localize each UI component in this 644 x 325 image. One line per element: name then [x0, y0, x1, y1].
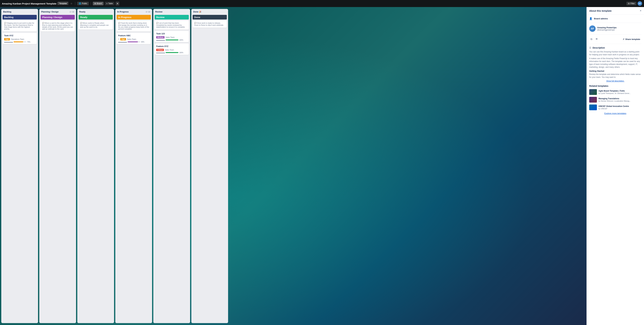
header-divider-2	[91, 2, 91, 5]
admin-avatar: AP	[589, 26, 596, 32]
related-author-unicef: by UNICEF	[598, 108, 642, 110]
priority-badge-high-abc: High	[120, 38, 126, 40]
board-admins-label: Board admins	[594, 18, 608, 20]
column-title-inprogress: In Progress	[117, 10, 129, 13]
getting-started-text: Review the template and determine which …	[589, 73, 642, 78]
comment-icon-ready: 💬	[80, 22, 83, 24]
card-footer-feature-xyz: Critical Sales Team	[156, 49, 187, 51]
progress-track	[14, 42, 26, 42]
actions-row: ⧉ 👁 ↗ Share template	[589, 37, 642, 44]
column-label-review: Review	[154, 15, 189, 20]
show-more-link[interactable]: Show full description.	[589, 80, 642, 82]
share-icon: ↗	[622, 38, 624, 40]
card-feature-abc[interactable]: Feature ABC ⠿ High Sales Team ▬▬▬▬▬▬ 80%	[116, 33, 151, 44]
visibility-button[interactable]: 🌐 Public	[77, 2, 89, 5]
table-view-button[interactable]: ≡ Table	[105, 2, 114, 5]
column-header-backlog: Backlog	[1, 9, 38, 14]
related-templates-section: Related templates Agile Board Template |…	[589, 85, 642, 117]
priority-badge-critical-xyz: Critical	[156, 49, 164, 51]
board-view-button[interactable]: ⊞ Board	[93, 2, 104, 5]
explore-more-link[interactable]: Explore more templates	[589, 112, 642, 117]
related-item-agile[interactable]: Agile Board Template | Trello by Lyndi T…	[589, 89, 642, 95]
column-title-planning: Planning / Design	[41, 10, 58, 13]
admin-handle: @amazingpowerups	[597, 29, 616, 31]
comment-icon-planning: 💬	[42, 22, 45, 24]
related-thumb-agile	[589, 89, 597, 95]
copy-button[interactable]: ⧉	[589, 37, 594, 41]
related-thumb-unicef	[589, 104, 597, 110]
column-label-done: Done	[192, 15, 227, 20]
progress-text-feature-abc: 80%	[141, 41, 144, 43]
column-body-planning: 💬 Move a card to this stage when it is t…	[39, 20, 76, 323]
more-views-button[interactable]: ▾	[116, 2, 119, 6]
preview-button[interactable]: 👁	[594, 37, 599, 41]
panel-title: About this template	[589, 10, 612, 12]
card-feature-xyz[interactable]: Feature XYZ Critical Sales Team ▬▬▬▬▬▬ 1…	[154, 44, 189, 55]
progress-fill-123	[166, 40, 178, 40]
main-area: Backlog Backlog 💬 Staging area to put wo…	[0, 7, 644, 325]
priority-badge-medium-123: Medium	[156, 36, 164, 38]
card-task-xyz[interactable]: Task XYZ High Operations Team ▬▬▬▬▬▬ 75%	[2, 33, 37, 44]
progress-fill	[14, 42, 23, 42]
column-header-inprogress: In Progress 3 / 10	[115, 9, 152, 14]
column-header-review: Review	[153, 9, 190, 14]
board-title: Amazing Kanban Project Management Templa…	[2, 2, 56, 5]
related-info-translations: Managing Translations by Denise Shimoni,…	[598, 98, 642, 102]
related-info-unicef: UNICEF Global Innovation Centre by UNICE…	[598, 105, 642, 110]
column-title-ready: Ready	[79, 10, 86, 13]
card-task-123[interactable]: Task 123 Medium Sales Team ▬▬▬▬▬▬ 100%	[154, 31, 189, 42]
progress-track-xyz	[166, 52, 178, 53]
column-label-backlog: Backlog	[2, 15, 37, 20]
related-item-translations[interactable]: Managing Translations by Denise Shimoni,…	[589, 97, 642, 102]
about-panel: About this template × 👤 Board admins AP …	[586, 7, 644, 325]
column-label-inprogress: In Progress	[116, 15, 151, 20]
template-badge[interactable]: Template	[58, 2, 68, 5]
column-description-review: 💬 List of work that has been completed b…	[154, 20, 189, 30]
description-header: ☰ Description	[589, 46, 642, 49]
board-admins-section: 👤 Board admins	[589, 17, 642, 23]
close-panel-button[interactable]: ×	[640, 9, 642, 12]
priority-badge-high: High	[4, 38, 10, 40]
star-button[interactable]: ☆	[70, 2, 73, 6]
column-header-planning: Planning / Design 2 / 10	[39, 9, 76, 14]
progress-bar-wrap-task-xyz: ▬▬▬▬▬▬ 75%	[4, 41, 35, 43]
progress-bar-wrap-feature-abc: ▬▬▬▬▬▬ 80%	[118, 41, 149, 43]
card-footer-task-123: Medium Sales Team	[156, 36, 187, 38]
column-title-backlog: Backlog	[3, 10, 11, 13]
progress-fill-xyz	[166, 52, 178, 53]
comment-icon-inprogress: 💬	[118, 22, 121, 24]
globe-icon: 🌐	[79, 2, 81, 5]
admin-row: AP Amazing PowerUps @amazingpowerups	[589, 26, 642, 34]
column-description-ready: 💬 Move cards to Ready when planning is c…	[78, 20, 113, 30]
board-icon: ⊞	[94, 2, 96, 5]
person-icon: 👤	[589, 17, 592, 20]
admin-info: Amazing PowerUps @amazingpowerups	[597, 26, 616, 31]
progress-fill-abc	[128, 42, 138, 42]
filter-button[interactable]: ⊟ Filter	[626, 2, 636, 5]
share-template-button[interactable]: ↗ Share template	[621, 38, 642, 41]
description-title: Description	[592, 46, 605, 49]
related-name-translations: Managing Translations	[598, 98, 642, 100]
card-footer-feature-abc: ⠿ High Sales Team	[118, 38, 149, 40]
column-title-review: Review	[155, 10, 162, 13]
related-item-unicef[interactable]: UNICEF Global Innovation Centre by UNICE…	[589, 104, 642, 110]
user-avatar[interactable]: AP	[638, 1, 642, 6]
column-body-backlog: 💬 Staging area to put work to plan for t…	[1, 20, 38, 323]
card-title-feature-xyz: Feature XYZ	[156, 45, 187, 48]
column-description-backlog: 💬 Staging area to put work to plan for t…	[2, 20, 37, 32]
column-body-review: 💬 List of work that has been completed b…	[153, 20, 190, 323]
column-title-done: Done 🎉	[193, 10, 202, 13]
related-info-agile: Agile Board Template | Trello by Lyndi T…	[598, 90, 642, 94]
column-label-planning: Planning / Design	[40, 15, 75, 20]
team-label-sales-abc: Sales Team	[127, 38, 136, 40]
column-review: Review Review 💬 List of work that has be…	[153, 9, 190, 323]
header-right: ⊟ Filter AP	[626, 1, 642, 6]
column-done: Done 🎉 Done 💬 Once work is ready to rele…	[191, 9, 228, 323]
progress-text-task-xyz: 75%	[27, 41, 30, 43]
getting-started-title: Getting Started	[589, 70, 642, 72]
related-author-agile: by Lyndi Thompson, Sr. Demand Gener...	[598, 92, 642, 94]
column-planning: Planning / Design 2 / 10 Planning / Desi…	[39, 9, 76, 323]
column-body-inprogress: 💬 Track the work that is being done and …	[115, 20, 152, 323]
column-ready: Ready Ready 💬 Move cards to Ready when p…	[77, 9, 114, 323]
team-label-sales-xyz: Sales Team	[165, 49, 174, 51]
